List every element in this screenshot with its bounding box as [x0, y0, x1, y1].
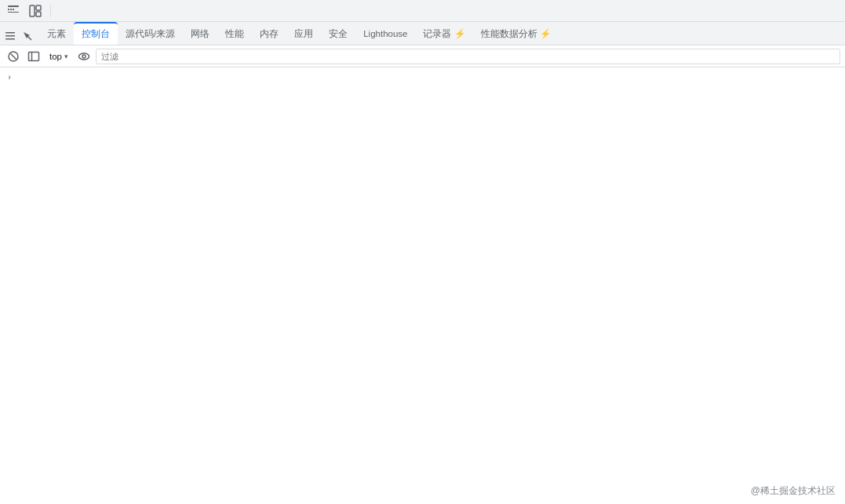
- tab-application[interactable]: 应用: [286, 23, 321, 45]
- svg-rect-5: [30, 5, 35, 16]
- filter-input-wrapper: [96, 49, 840, 64]
- toolbar-divider: [50, 5, 51, 17]
- inspect-icon[interactable]: [20, 27, 35, 45]
- svg-rect-1: [8, 9, 9, 10]
- svg-point-16: [79, 53, 89, 60]
- devtools-hamburger-icon[interactable]: [3, 27, 17, 45]
- tab-sources[interactable]: 源代码/来源: [118, 23, 183, 45]
- svg-rect-0: [8, 5, 19, 7]
- context-label: top: [49, 52, 62, 61]
- context-selector[interactable]: top ▾: [46, 50, 72, 63]
- svg-rect-9: [5, 35, 15, 37]
- clear-console-icon[interactable]: [5, 48, 22, 65]
- svg-rect-10: [5, 38, 15, 40]
- filter-input[interactable]: [96, 49, 840, 64]
- watermark: @稀土掘金技术社区: [751, 484, 836, 498]
- devtools-layout-icon[interactable]: [27, 2, 44, 20]
- console-toolbar: top ▾: [0, 45, 845, 67]
- context-arrow-icon: ▾: [64, 53, 68, 60]
- svg-point-17: [82, 55, 86, 58]
- top-toolbar: [0, 0, 845, 22]
- tab-memory[interactable]: 内存: [252, 23, 286, 45]
- svg-rect-3: [13, 9, 14, 10]
- svg-line-11: [28, 37, 32, 41]
- svg-rect-6: [36, 5, 41, 10]
- tab-security[interactable]: 安全: [321, 23, 355, 45]
- tab-bar: 元素 控制台 源代码/来源 网络 性能 内存 应用 安全 Lighthouse …: [0, 22, 845, 45]
- tab-recorder[interactable]: 记录器 ⚡: [415, 23, 472, 45]
- svg-rect-4: [8, 12, 19, 13]
- svg-line-13: [11, 53, 16, 59]
- svg-rect-14: [29, 52, 39, 60]
- console-content: ›: [0, 67, 845, 504]
- svg-rect-8: [5, 32, 15, 34]
- tab-performance[interactable]: 性能: [217, 23, 252, 45]
- sidebar-toggle-icon[interactable]: [25, 48, 42, 65]
- tab-elements[interactable]: 元素: [39, 23, 74, 45]
- expand-chevron-icon[interactable]: ›: [3, 71, 16, 83]
- tab-network[interactable]: 网络: [183, 23, 217, 45]
- tab-performance-insights[interactable]: 性能数据分析 ⚡: [473, 23, 559, 45]
- svg-rect-7: [36, 12, 41, 16]
- devtools-dock-icon[interactable]: [5, 2, 22, 20]
- create-live-expression-icon[interactable]: [75, 48, 93, 65]
- svg-rect-2: [10, 9, 12, 10]
- tab-lighthouse[interactable]: Lighthouse: [355, 23, 415, 45]
- tab-console[interactable]: 控制台: [74, 22, 118, 45]
